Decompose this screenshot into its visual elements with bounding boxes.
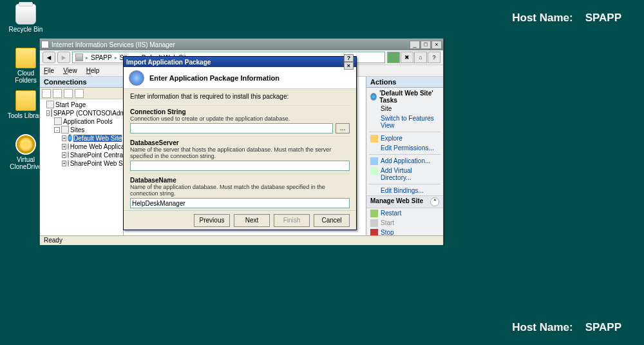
stop-icon [370,229,378,235]
connections-panel: Connections Start Page -SPAPP (CONTOSO\A… [40,77,124,235]
window-titlebar[interactable]: Internet Information Services (IIS) Mana… [40,39,443,50]
actions-manage-section: Manage Web Site˄ [366,195,443,208]
dialog-intro: Enter information that is required to in… [130,93,350,100]
save-button[interactable] [53,89,62,98]
finish-button: Finish [274,214,310,227]
connect-button[interactable] [42,89,51,98]
menu-help[interactable]: Help [86,67,100,74]
collapse-icon[interactable]: ˄ [430,197,439,206]
host-name-overlay: Host Name: SPAPP [512,321,621,334]
tb-icon[interactable] [75,89,84,98]
server-icon [51,109,52,117]
dialog-help-button[interactable]: ? [344,54,354,62]
connections-toolbar [40,88,123,99]
dialog-header: Enter Application Package Information [124,67,356,89]
field-desc: Connection used to create or update the … [130,115,350,122]
dialog-close-button[interactable]: × [344,62,354,70]
site-icon [68,134,72,142]
folder-icon [370,167,378,175]
action-add-virtual-directory[interactable]: Add Virtual Directory... [366,166,443,182]
desktop-icon-recycle-bin[interactable]: Recycle Bin [6,4,45,33]
dialog-heading: Enter Application Package Information [149,74,279,82]
actions-header: Actions [366,77,443,88]
site-icon [68,151,69,159]
tree-app-pools[interactable]: Application Pools [41,117,122,126]
dialog-titlebar[interactable]: Import Application Package ? × [124,57,356,67]
field-label-database-name: DatabaseName [130,177,350,184]
action-edit-permissions[interactable]: Edit Permissions... [366,143,443,153]
package-icon [129,70,144,86]
next-button[interactable]: Next [234,214,270,227]
desktop-icon-label: Recycle Bin [6,26,45,33]
action-start: Start [366,218,443,228]
folder-icon [15,90,36,111]
field-label-database-server: DatabaseServer [130,139,350,146]
drive-icon [15,134,36,155]
menu-view[interactable]: View [63,67,77,74]
collapse-icon[interactable]: - [46,110,50,116]
dialog-title: Import Application Package [126,59,211,66]
tree-server[interactable]: -SPAPP (CONTOSO\Administrator) [41,109,122,117]
app-icon [370,157,378,165]
connections-header: Connections [40,77,123,88]
expand-icon[interactable]: + [62,152,66,158]
dialog-body: Enter information that is required to in… [124,89,356,210]
home-button[interactable]: ⌂ [414,52,427,63]
status-bar: Ready [40,235,443,245]
site-icon [370,93,377,101]
dialog-button-row: Previous Next Finish Cancel [124,210,356,230]
minimize-button[interactable]: _ [410,41,420,49]
help-nav-button[interactable]: ? [428,52,440,63]
site-icon [68,159,69,167]
restart-icon [370,210,378,217]
maximize-button[interactable]: □ [421,41,431,49]
tree-site-default[interactable]: +Default Web Site [41,134,122,143]
collapse-icon[interactable]: - [54,127,60,133]
tree-site-home[interactable]: +Home Web Application [41,143,122,151]
server-icon [75,54,83,61]
forward-button[interactable]: ► [57,52,70,63]
window-title: Internet Information Services (IIS) Mana… [52,41,175,48]
close-button[interactable]: × [431,41,442,49]
tree-site-spca[interactable]: +SharePoint Central Administra [41,151,122,159]
import-application-dialog: Import Application Package ? × Enter App… [123,56,357,230]
apppool-icon [54,117,62,125]
start-icon [370,219,378,227]
tree-site-spws[interactable]: +SharePoint Web Services [41,159,122,168]
action-add-application[interactable]: Add Application... [366,156,443,166]
menu-file[interactable]: File [44,67,54,74]
go-button[interactable] [387,52,400,63]
field-desc: Name of the application database. Must m… [130,184,350,197]
page-icon [46,101,54,108]
expand-icon[interactable]: + [62,161,66,166]
recycle-bin-icon [15,4,36,25]
folder-icon [15,48,36,68]
action-switch-features[interactable]: Switch to Features View [366,113,443,130]
actions-site-label: Site [366,104,443,113]
tree-start-page[interactable]: Start Page [41,101,122,109]
actions-tasks-title: 'Default Web Site' Tasks [366,88,443,104]
actions-panel: Actions 'Default Web Site' Tasks Site Sw… [366,77,443,235]
expand-icon[interactable]: + [62,135,66,141]
previous-button[interactable]: Previous [194,214,230,227]
action-explore[interactable]: Explore [366,133,443,143]
host-name-overlay: Host Name: SPAPP [512,12,621,25]
folder-icon [61,126,69,133]
database-name-input[interactable] [130,198,350,208]
browse-button[interactable]: ... [336,123,350,133]
action-restart[interactable]: Restart [366,208,443,218]
tb-icon[interactable] [64,89,73,98]
stop-nav-button[interactable]: ✖ [401,52,413,63]
field-label-connection-string: Connection String [130,108,350,115]
connection-string-input[interactable] [130,123,333,133]
app-icon [41,41,49,48]
back-button[interactable]: ◄ [43,52,55,63]
action-edit-bindings[interactable]: Edit Bindings... [366,186,443,195]
field-desc: Name of the server that hosts the applic… [130,146,350,159]
expand-icon[interactable]: + [62,144,66,150]
tree-sites[interactable]: -Sites [41,126,122,134]
database-server-input[interactable] [130,161,350,171]
cancel-button[interactable]: Cancel [314,214,350,227]
action-stop[interactable]: Stop [366,228,443,235]
site-icon [68,143,69,150]
